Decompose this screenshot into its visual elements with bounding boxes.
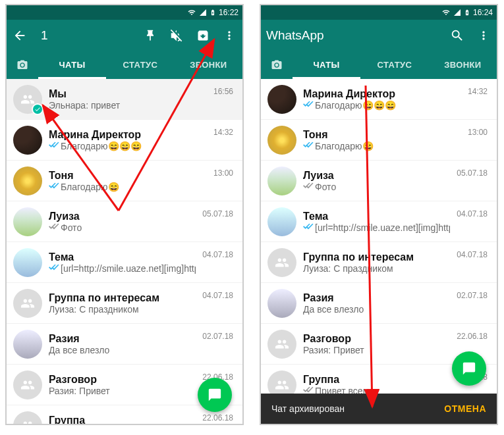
chat-last-message: Разия: Привет — [303, 345, 450, 355]
tab-calls[interactable]: ЗВОНКИ — [175, 51, 242, 79]
chat-time: 04.07.18 — [457, 209, 488, 218]
chat-time: 13:00 — [213, 168, 233, 178]
overflow-icon[interactable] — [476, 28, 491, 43]
pin-icon[interactable] — [142, 28, 158, 43]
chat-time: 02.07.18 — [457, 291, 488, 300]
snackbar-text: Чат архивирован — [271, 403, 345, 414]
chat-last-message: Благодарю😄😄😄 — [49, 141, 207, 151]
avatar[interactable] — [267, 126, 296, 155]
mute-icon[interactable] — [169, 28, 184, 43]
chat-row[interactable]: ЛуизаФото05.07.18 — [7, 201, 242, 242]
chat-row[interactable]: РазияДа все влезло02.07.18 — [7, 324, 242, 365]
snackbar: Чат архивирован ОТМЕНА — [261, 394, 497, 424]
avatar[interactable] — [267, 207, 296, 236]
new-chat-fab[interactable] — [452, 351, 486, 386]
chat-last-message: Благодарю😄 — [303, 141, 461, 151]
archive-icon[interactable] — [195, 28, 211, 43]
chat-last-message: Разия: Привет — [49, 386, 196, 396]
double-check-icon — [49, 263, 59, 274]
chat-row[interactable]: ТоняБлагодарю😄13:00 — [7, 161, 242, 201]
selection-count: 1 — [41, 28, 132, 43]
wifi-icon — [187, 9, 196, 16]
group-avatar[interactable] — [13, 371, 42, 399]
chat-last-message: Да все влезло — [303, 304, 450, 315]
double-check-icon — [303, 222, 314, 233]
chat-name: Мы — [49, 88, 207, 100]
tab-status[interactable]: СТАТУС — [360, 51, 428, 79]
overflow-icon[interactable] — [221, 28, 237, 43]
snackbar-undo[interactable]: ОТМЕНА — [444, 403, 486, 414]
chat-row[interactable]: Тема[url=http://smile.uaze.net][img]http… — [261, 201, 497, 242]
camera-tab[interactable] — [261, 59, 293, 71]
chat-name: Разговор — [303, 333, 450, 345]
chat-name: Тоня — [49, 170, 207, 182]
selection-action-bar: 1 — [7, 20, 242, 51]
chat-last-message: Луиза: С праздником — [49, 304, 196, 315]
chat-name: Разия — [303, 292, 450, 304]
double-check-icon — [303, 182, 314, 192]
chat-last-message: Луиза: С праздником — [303, 263, 450, 274]
group-avatar[interactable] — [267, 330, 296, 359]
chat-time: 02.07.18 — [202, 332, 233, 341]
app-title: WhatsApp — [266, 28, 439, 43]
back-icon[interactable] — [12, 28, 28, 43]
camera-tab[interactable] — [7, 59, 38, 71]
tab-calls[interactable]: ЗВОНКИ — [429, 51, 497, 79]
chat-last-message: Эльнара: привет — [49, 100, 207, 111]
chat-last-message: Да все влезло — [49, 345, 196, 355]
tab-chats[interactable]: ЧАТЫ — [38, 51, 106, 79]
chat-row[interactable]: Марина ДиректорБлагодарю😄😄😄14:32 — [261, 79, 497, 120]
chat-name: Луиза — [49, 211, 196, 222]
double-check-icon — [303, 141, 314, 151]
chat-row[interactable]: Группа по интересамЛуиза: С праздником04… — [7, 283, 242, 324]
new-chat-fab[interactable] — [198, 378, 232, 412]
avatar[interactable] — [267, 166, 296, 195]
avatar[interactable] — [13, 248, 42, 277]
status-bar: 16:24 — [261, 5, 497, 20]
avatar[interactable] — [13, 126, 42, 155]
wifi-icon — [441, 9, 451, 16]
group-avatar[interactable] — [13, 85, 42, 114]
chat-name: Тоня — [303, 129, 461, 141]
chat-name: Луиза — [303, 170, 450, 182]
chat-name: Марина Директор — [303, 88, 461, 100]
avatar[interactable] — [13, 207, 42, 236]
chat-row[interactable]: ЛуизаФото05.07.18 — [261, 161, 497, 201]
chat-last-message: Фото — [49, 222, 196, 233]
chat-last-message: [url=http://smile.uaze.net][img]http://s… — [303, 222, 450, 233]
avatar[interactable] — [267, 289, 296, 318]
chat-time: 16:56 — [213, 87, 233, 96]
tabs: ЧАТЫ СТАТУС ЗВОНКИ — [261, 51, 497, 79]
chat-name: Группа — [49, 415, 196, 424]
chat-row[interactable]: Тема[url=http://smile.uaze.net][img]http… — [7, 242, 242, 283]
chat-time: 13:00 — [468, 128, 488, 137]
group-avatar[interactable] — [267, 248, 296, 277]
chat-last-message: Благодарю😄 — [49, 182, 207, 192]
chat-last-message: [url=http://smile.uaze.net][img]http://s… — [49, 263, 196, 274]
chat-name: Группа — [303, 374, 450, 386]
chat-name: Группа по интересам — [49, 292, 196, 304]
chat-time: 05.07.18 — [202, 209, 233, 218]
chat-time: 05.07.18 — [457, 168, 488, 178]
chat-list-left: МыЭльнара: привет16:56Марина ДиректорБла… — [7, 79, 242, 424]
chat-row[interactable]: Группа по интересамЛуиза: С праздником04… — [261, 242, 497, 283]
status-bar: 16:22 — [7, 5, 242, 20]
tab-chats[interactable]: ЧАТЫ — [293, 51, 360, 79]
chat-row[interactable]: РазияДа все влезло02.07.18 — [261, 283, 497, 324]
selected-check-icon — [32, 103, 43, 115]
group-avatar[interactable] — [13, 411, 42, 424]
phone-left: 16:22 1 ЧАТЫ СТАТУС — [5, 4, 244, 425]
chat-row[interactable]: МыЭльнара: привет16:56 — [7, 79, 242, 120]
avatar[interactable] — [13, 166, 42, 195]
avatar[interactable] — [267, 85, 296, 114]
tab-status[interactable]: СТАТУС — [106, 51, 174, 79]
double-check-icon — [49, 141, 59, 151]
main-action-bar: WhatsApp — [261, 20, 497, 51]
avatar[interactable] — [13, 330, 42, 359]
group-avatar[interactable] — [13, 289, 42, 318]
chat-last-message: Благодарю😄😄😄 — [303, 100, 461, 111]
chat-row[interactable]: ТоняБлагодарю😄13:00 — [261, 120, 497, 161]
search-icon[interactable] — [449, 28, 465, 43]
chat-row[interactable]: Марина ДиректорБлагодарю😄😄😄14:32 — [7, 120, 242, 161]
chat-name: Группа по интересам — [303, 251, 450, 263]
